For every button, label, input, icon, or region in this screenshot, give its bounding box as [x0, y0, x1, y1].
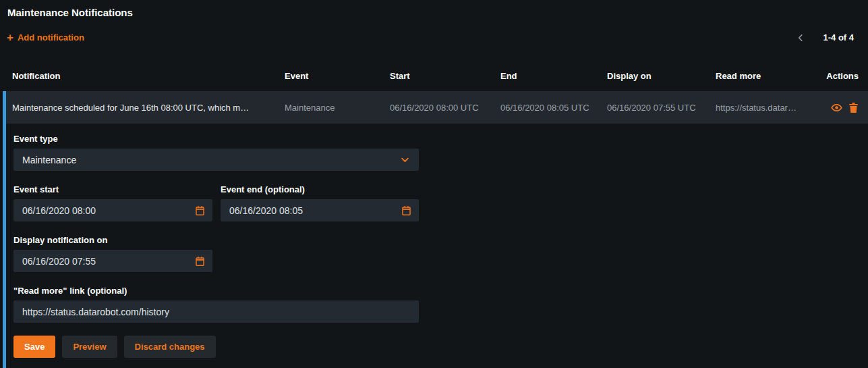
event-end-field [221, 199, 419, 221]
row-actions [825, 102, 868, 113]
display-on-input[interactable] [13, 250, 212, 272]
display-on-label: Display notification on [13, 235, 868, 245]
trash-icon [848, 102, 859, 113]
row-event: Maintenance [285, 103, 390, 113]
edit-notification-form: Event type Maintenance Event start [6, 134, 868, 358]
display-on-field [13, 250, 212, 272]
event-start-field [13, 199, 212, 221]
table-row[interactable]: Maintenance scheduled for June 16th 08:0… [6, 91, 868, 124]
row-start: 06/16/2020 08:00 UTC [390, 103, 500, 113]
maintenance-notifications-page: Maintenance Notifications + Add notifica… [0, 0, 868, 368]
row-read-more: https://status.datar… [716, 103, 825, 113]
calendar-icon[interactable] [195, 205, 205, 216]
header-end: End [500, 71, 607, 81]
row-end: 06/16/2020 08:05 UTC [500, 103, 607, 113]
event-type-select[interactable]: Maintenance [13, 149, 419, 171]
read-more-label: "Read more" link (optional) [13, 286, 868, 296]
pagination-range: 1-4 of 4 [823, 32, 854, 43]
header-event: Event [285, 71, 390, 81]
header-start: Start [390, 71, 500, 81]
eye-icon [831, 102, 842, 113]
preview-button[interactable]: Preview [62, 336, 117, 358]
read-more-input[interactable] [13, 300, 419, 323]
row-notification-text: Maintenance scheduled for June 16th 08:0… [12, 103, 285, 113]
chevron-down-icon [400, 155, 410, 165]
save-button[interactable]: Save [13, 336, 55, 358]
add-notification-label: Add notification [18, 32, 84, 43]
header-display-on: Display on [607, 71, 716, 81]
read-more-field [13, 300, 419, 323]
form-actions: Save Preview Discard changes [13, 336, 868, 358]
row-display-on: 06/16/2020 07:55 UTC [607, 103, 716, 113]
discard-changes-button[interactable]: Discard changes [124, 336, 216, 358]
table-header: Notification Event Start End Display on … [0, 61, 868, 91]
chevron-left-icon[interactable] [796, 33, 805, 43]
event-end-label: Event end (optional) [221, 184, 419, 194]
page-title: Maintenance Notifications [7, 7, 133, 18]
calendar-icon[interactable] [401, 205, 411, 216]
event-start-input[interactable] [13, 199, 212, 221]
event-start-label: Event start [13, 184, 212, 194]
header-actions: Actions [825, 71, 868, 81]
event-type-value: Maintenance [22, 155, 76, 165]
add-notification-button[interactable]: + Add notification [7, 32, 84, 43]
pagination: 1-4 of 4 [796, 32, 854, 43]
selected-notification-block: Maintenance scheduled for June 16th 08:0… [3, 91, 868, 368]
header-read-more: Read more [716, 71, 825, 81]
delete-row-button[interactable] [848, 102, 859, 113]
preview-row-button[interactable] [831, 102, 842, 113]
plus-icon: + [7, 33, 13, 43]
event-end-input[interactable] [221, 199, 419, 221]
event-type-label: Event type [13, 134, 868, 144]
calendar-icon[interactable] [195, 256, 205, 267]
header-notification: Notification [12, 71, 285, 81]
